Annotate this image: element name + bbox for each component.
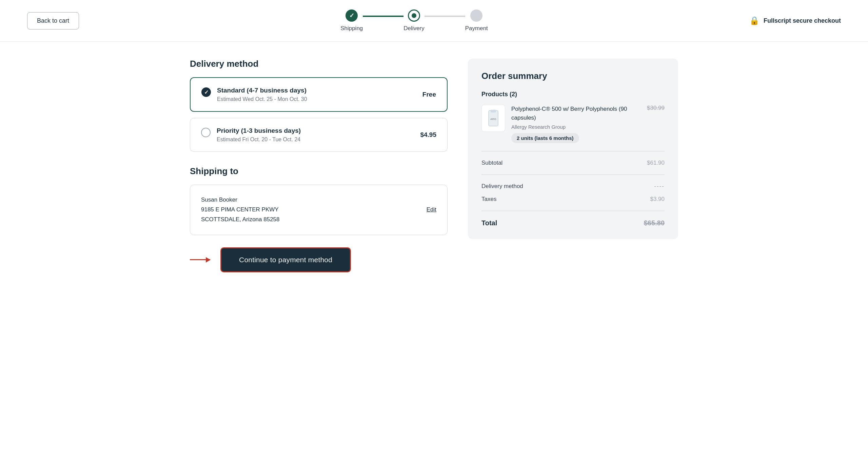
subtotal-value: $61.90: [647, 160, 665, 166]
arrow-indicator: [190, 259, 210, 260]
delivery-method-title: Delivery method: [190, 59, 448, 69]
step-payment-label: Payment: [465, 25, 488, 32]
step-delivery-circle: [408, 9, 420, 22]
product-name: Polyphenol-C® 500 w/ Berry Polyphenols (…: [511, 105, 641, 122]
checkmark-icon: ✓: [204, 89, 209, 96]
step-shipping-label: Shipping: [340, 25, 363, 32]
main-content: Delivery method ✓ Standard (4-7 business…: [163, 42, 705, 289]
delivery-option-priority[interactable]: Priority (1-3 business days) Estimated F…: [190, 118, 448, 152]
secure-checkout-label: Fullscript secure checkout: [764, 17, 841, 24]
option-details-standard: Standard (4-7 business days) Estimated W…: [217, 87, 307, 102]
option-left-standard: ✓ Standard (4-7 business days) Estimated…: [201, 87, 307, 102]
delivery-option-standard[interactable]: ✓ Standard (4-7 business days) Estimated…: [190, 77, 448, 112]
address-line2: SCOTTSDALE, Arizona 85258: [201, 215, 280, 225]
product-info: Polyphenol-C® 500 w/ Berry Polyphenols (…: [511, 105, 641, 143]
taxes-value: $3.90: [650, 196, 665, 203]
edit-address-link[interactable]: Edit: [427, 206, 436, 213]
continue-section: Continue to payment method: [190, 247, 448, 272]
total-value: $65.80: [644, 219, 665, 227]
total-row: Total $65.80: [481, 219, 665, 227]
subtotal-label: Subtotal: [481, 160, 502, 166]
option-price-priority: $4.95: [420, 131, 436, 139]
product-brand: Allergy Research Group: [511, 124, 641, 130]
step-connector-1: [363, 16, 403, 17]
option-price-standard: Free: [422, 91, 436, 98]
option-estimate-priority: Estimated Fri Oct. 20 - Tue Oct. 24: [217, 137, 301, 143]
step-payment-circle: [470, 9, 482, 22]
subtotal-row: Subtotal $61.90: [481, 160, 665, 166]
delivery-method-label: Delivery method: [481, 183, 523, 190]
products-header: Products (2): [481, 91, 665, 98]
order-summary-title: Order summary: [481, 71, 665, 81]
svg-rect-1: [491, 110, 496, 112]
step-shipping-circle: ✓: [346, 9, 358, 22]
svg-text:ARG: ARG: [490, 118, 496, 121]
product-units-badge: 2 units (lasts 6 months): [511, 133, 579, 143]
shipping-to-title: Shipping to: [190, 166, 448, 177]
product-item: ARG Polyphenol-C® 500 w/ Berry Polypheno…: [481, 105, 665, 143]
taxes-label: Taxes: [481, 196, 496, 203]
right-column: Order summary Products (2) ARG Polypheno…: [468, 59, 678, 272]
left-column: Delivery method ✓ Standard (4-7 business…: [190, 59, 448, 272]
step-payment: Payment: [465, 9, 488, 32]
divider-2: [481, 174, 665, 175]
step-delivery: Delivery: [403, 9, 424, 32]
delivery-method-value: ----: [654, 183, 665, 190]
checkout-header: Back to cart ✓ Shipping Delivery Payment…: [0, 0, 868, 42]
step-shipping: ✓ Shipping: [340, 9, 363, 32]
step-connector-2: [425, 16, 465, 17]
recipient-name: Susan Booker: [201, 195, 280, 205]
option-details-priority: Priority (1-3 business days) Estimated F…: [217, 127, 301, 143]
back-to-cart-button[interactable]: Back to cart: [27, 12, 79, 29]
option-name-standard: Standard (4-7 business days): [217, 87, 307, 94]
address-box: Susan Booker 9185 E PIMA CENTER PKWY SCO…: [190, 185, 448, 235]
progress-stepper: ✓ Shipping Delivery Payment: [340, 9, 488, 32]
address-text: Susan Booker 9185 E PIMA CENTER PKWY SCO…: [201, 195, 280, 225]
step-delivery-label: Delivery: [403, 25, 424, 32]
option-estimate-standard: Estimated Wed Oct. 25 - Mon Oct. 30: [217, 96, 307, 102]
arrow-line: [190, 259, 210, 260]
option-left-priority: Priority (1-3 business days) Estimated F…: [201, 127, 301, 143]
shipping-section: Shipping to Susan Booker 9185 E PIMA CEN…: [190, 166, 448, 235]
address-line1: 9185 E PIMA CENTER PKWY: [201, 205, 280, 215]
total-label: Total: [481, 219, 497, 227]
delivery-method-row: Delivery method ----: [481, 183, 665, 190]
taxes-row: Taxes $3.90: [481, 196, 665, 203]
secure-checkout-badge: 🔒 Fullscript secure checkout: [749, 16, 841, 25]
product-image: ARG: [481, 105, 505, 132]
option-name-priority: Priority (1-3 business days): [217, 127, 301, 134]
radio-standard: ✓: [201, 87, 211, 97]
divider-1: [481, 151, 665, 151]
divider-3: [481, 211, 665, 211]
lock-icon: 🔒: [749, 16, 760, 25]
radio-priority: [201, 128, 211, 137]
order-summary-panel: Order summary Products (2) ARG Polypheno…: [468, 59, 678, 239]
product-price: $30.99: [647, 105, 665, 111]
continue-to-payment-button[interactable]: Continue to payment method: [220, 247, 351, 272]
